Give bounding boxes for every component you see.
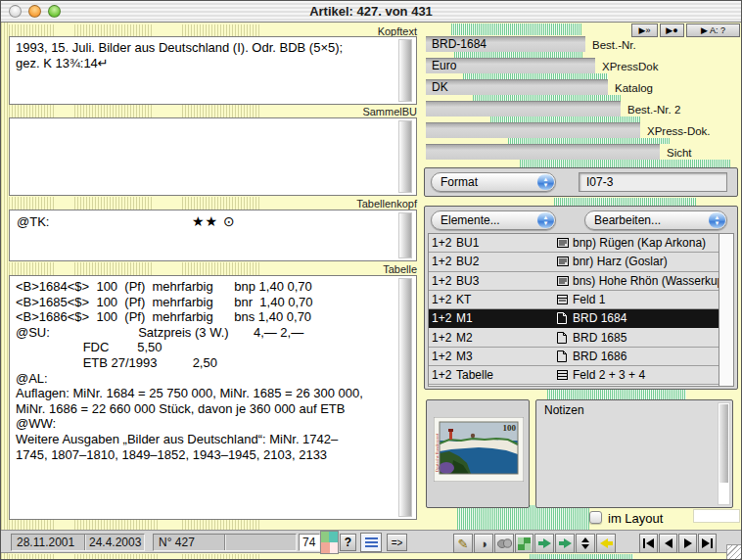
- zoom-value-field[interactable]: 74: [299, 534, 320, 551]
- last-icon: [711, 538, 713, 548]
- im-layout-label: im Layout: [608, 511, 663, 526]
- sammelbu-label: SammelBU: [9, 106, 417, 117]
- layout-value-field[interactable]: [693, 509, 740, 523]
- stripe-texture: [9, 519, 55, 530]
- scrollbar[interactable]: [398, 278, 412, 517]
- xpressdok2-label: XPress-Dok.: [647, 125, 711, 137]
- xpressdok-label: XPressDok: [602, 61, 659, 72]
- list-item-tabelle[interactable]: 1+2 Tabelle Feld 2 + 3 + 4: [429, 366, 733, 385]
- tabellenkopf-field[interactable]: @TK: ★★ ⊙: [9, 210, 417, 261]
- notes-panel[interactable]: Notizen: [535, 399, 733, 508]
- edit-pencil-button[interactable]: ✎: [453, 534, 473, 553]
- xpressdok-field[interactable]: Euro: [426, 58, 595, 73]
- forward-button[interactable]: [534, 534, 554, 553]
- date-created: 28.11.2001: [17, 536, 74, 549]
- next-mark-button[interactable]: ▶●: [660, 23, 684, 37]
- first-icon: [646, 538, 654, 548]
- tabelle-field[interactable]: <B>1684<$> 100 (Pf) mehrfarbig bnp 1,40 …: [9, 275, 417, 520]
- stripe-texture: [520, 160, 730, 167]
- resize-grip[interactable]: [726, 544, 741, 559]
- katalog-field[interactable]: DK: [426, 79, 608, 95]
- blob-button[interactable]: [494, 534, 514, 553]
- record-number-field: N° 427: [153, 534, 297, 551]
- half-circle-icon: ◑: [480, 537, 487, 551]
- undo-button[interactable]: [596, 534, 616, 553]
- list-item-m3[interactable]: 1+2 M3 BRD 1686: [429, 348, 733, 366]
- blob-icon: [497, 538, 512, 548]
- notes-scrollbar-thumb[interactable]: [719, 404, 728, 483]
- format-popup[interactable]: Format ▲▼: [431, 172, 556, 192]
- sicht-label: Sicht: [667, 147, 692, 159]
- first-record-button[interactable]: [639, 534, 658, 553]
- sicht-field[interactable]: [426, 144, 660, 160]
- scrollbar[interactable]: [398, 212, 412, 258]
- kopftext-field[interactable]: 1993, 15. Juli. Bilder aus Deutschland (…: [9, 36, 417, 105]
- half-circle-button[interactable]: ◑: [474, 534, 493, 553]
- list-item-bu1[interactable]: 1+2 BU1 bnp) Rügen (Kap Arkona): [429, 234, 733, 253]
- field-icon: [557, 295, 573, 304]
- text-block-icon: [557, 257, 573, 266]
- bearbeiten-popup[interactable]: Bearbeiten... ▲▼: [584, 210, 727, 230]
- green-arrow-icon: [543, 538, 551, 548]
- green-quad-button[interactable]: [515, 534, 533, 553]
- list-view-button[interactable]: [360, 533, 382, 552]
- format-value-field[interactable]: I07-3: [579, 172, 727, 192]
- list-item-bu2[interactable]: 1+2 BU2 bnr) Harz (Goslar): [429, 253, 733, 271]
- stripe-texture: [457, 505, 589, 530]
- sammelbu-text: [10, 118, 394, 195]
- last-record-button[interactable]: [698, 534, 717, 553]
- mint-used-symbols: ★★ ⊙: [192, 213, 236, 229]
- list-scrollbar[interactable]: [719, 234, 733, 386]
- stripe-texture: [74, 554, 158, 560]
- previous-record-button[interactable]: [659, 534, 677, 553]
- sammelbu-field[interactable]: [9, 117, 417, 196]
- im-layout-checkbox[interactable]: [589, 511, 602, 524]
- bestnr-label: Best.-Nr.: [592, 39, 636, 51]
- scrollbar[interactable]: [398, 39, 412, 102]
- help-button[interactable]: ?: [340, 534, 356, 551]
- format-panel: Format ▲▼ I07-3: [424, 167, 738, 197]
- next-fast-button[interactable]: ▶»: [631, 23, 658, 37]
- app-window: Artikel: 427. von 431 Kopftext 1993, 15.…: [0, 0, 742, 560]
- text-block-icon: [557, 238, 573, 248]
- list-item-kt[interactable]: 1+2 KT Feld 1: [429, 291, 733, 309]
- stamp-side-text: Deutsche Bundespost: [435, 433, 440, 472]
- stripe-texture: [9, 554, 55, 560]
- format-popup-label: Format: [441, 175, 478, 189]
- yellow-arrow-icon: [600, 538, 608, 548]
- color-quad-icon[interactable]: [320, 531, 339, 554]
- down-arrow-icon: [581, 544, 589, 549]
- next-query-button[interactable]: ▶ A: ?: [686, 23, 740, 37]
- status-bar: 28.11.2001 24.4.2003 N° 427 74 ? => ✎ ◑: [1, 530, 741, 553]
- first-icon: [643, 538, 645, 548]
- elemente-popup-label: Elemente...: [441, 213, 500, 227]
- pencil-icon: ✎: [458, 537, 469, 551]
- bestnr-field[interactable]: BRD-1684: [426, 36, 585, 52]
- list-item-m2[interactable]: 1+2 M2 BRD 1685: [429, 328, 733, 347]
- page-icon: [557, 312, 573, 324]
- tabelle-text: <B>1684<$> 100 (Pf) mehrfarbig bnp 1,40 …: [10, 276, 394, 519]
- notes-label: Notizen: [544, 403, 584, 417]
- list-item-m1-selected[interactable]: 1+2 M1 BRD 1684: [429, 309, 733, 328]
- xpressdok2-field[interactable]: [426, 122, 640, 138]
- text-block-icon: [557, 276, 573, 286]
- elements-panel: Elemente... ▲▼ Bearbeiten... ▲▼ 1+2 BU1 …: [424, 206, 738, 390]
- stripe-texture: [451, 23, 581, 35]
- record-number: N° 427: [159, 536, 195, 549]
- elemente-popup[interactable]: Elemente... ▲▼: [431, 210, 556, 230]
- popup-stepper-icon: ▲▼: [537, 212, 554, 228]
- bestnr2-field[interactable]: [426, 101, 621, 117]
- stamp-preview[interactable]: 100 Deutsche Bundespost: [426, 399, 530, 508]
- forward-alt-button[interactable]: [555, 534, 575, 553]
- scrollbar[interactable]: [398, 120, 412, 193]
- sort-button[interactable]: [576, 534, 595, 553]
- notes-scrollbar[interactable]: [718, 402, 730, 505]
- title-bar[interactable]: Artikel: 427. von 431: [1, 1, 741, 23]
- tabellenkopf-label: Tabellenkopf: [9, 198, 417, 210]
- list-item-bu3[interactable]: 1+2 BU3 bns) Hohe Rhön (Wasserkupp: [429, 272, 733, 291]
- kopftext-text: 1993, 15. Juli. Bilder aus Deutschland (…: [10, 37, 394, 104]
- date-fields: 28.11.2001 24.4.2003: [11, 534, 145, 551]
- next-record-button[interactable]: [678, 534, 697, 553]
- goto-button[interactable]: =>: [387, 534, 407, 551]
- stripe-texture: [182, 519, 260, 530]
